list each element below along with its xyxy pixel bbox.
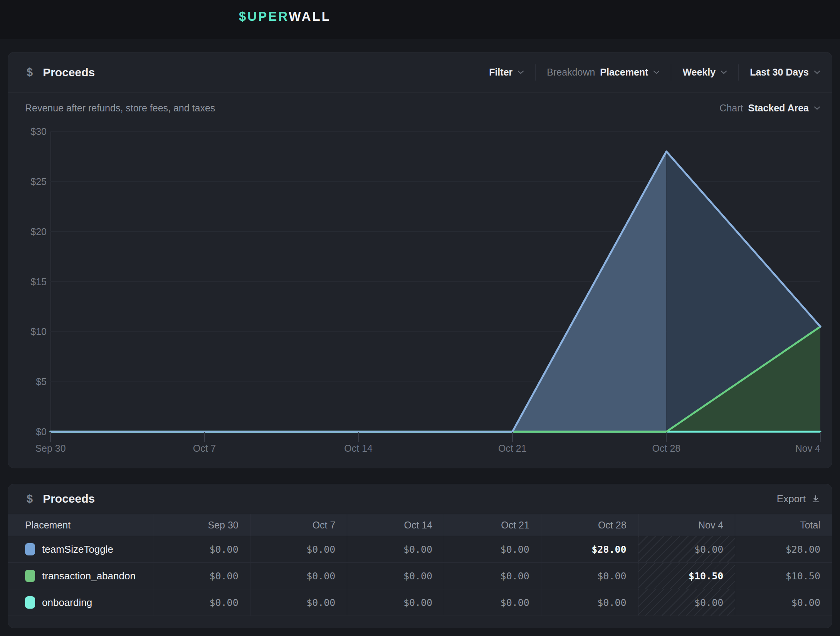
x-axis-tick <box>50 432 51 442</box>
divider <box>738 64 739 81</box>
x-axis-tick <box>666 432 667 442</box>
series-swatch <box>25 570 35 582</box>
chart-panel-title: Proceeds <box>43 66 95 79</box>
value-cell: $0.00 <box>638 589 735 616</box>
x-axis-label: Oct 7 <box>193 443 216 454</box>
logo-secondary: WALL <box>289 9 331 24</box>
placement-cell: onboarding <box>8 589 153 616</box>
x-axis-label: Oct 28 <box>652 443 681 454</box>
proceeds-chart-panel: $ Proceeds Filter Breakdown Placement We… <box>8 52 832 468</box>
y-axis-label: $20 <box>13 226 47 237</box>
value-cell: $28.00 <box>541 536 638 562</box>
breakdown-value: Placement <box>600 67 648 78</box>
value-cell: $0.00 <box>250 563 347 589</box>
column-header-oct-7: Oct 7 <box>250 514 347 536</box>
chart-subheader: Revenue after refunds, store fees, and t… <box>8 103 832 114</box>
x-axis-label: Oct 14 <box>344 443 373 454</box>
chart-panel-header: $ Proceeds Filter Breakdown Placement We… <box>8 52 832 93</box>
chevron-down-icon <box>653 70 660 74</box>
x-axis-tick <box>204 432 205 442</box>
y-axis-label: $5 <box>13 376 47 387</box>
column-header-oct-14: Oct 14 <box>347 514 444 536</box>
value-cell: $0.00 <box>541 563 638 589</box>
table-body: teamSizeToggle$0.00$0.00$0.00$0.00$28.00… <box>8 536 832 616</box>
chart-type-dropdown[interactable]: Chart Stacked Area <box>719 103 820 114</box>
dollar-icon: $ <box>27 493 33 505</box>
x-axis-label: Nov 4 <box>795 443 820 454</box>
stacked-area-chart[interactable] <box>50 131 820 432</box>
value-cell: $0.00 <box>638 536 735 562</box>
chart-subtitle: Revenue after refunds, store fees, and t… <box>25 103 215 114</box>
value-cell: $0.00 <box>153 536 250 562</box>
divider <box>671 64 671 81</box>
value-cell: $0.00 <box>444 536 541 562</box>
chart-controls: Filter Breakdown Placement Weekly Last 3… <box>489 64 820 81</box>
breakdown-dropdown[interactable]: Breakdown Placement <box>547 67 660 78</box>
topbar: $UPERWALL <box>0 0 840 39</box>
column-header-oct-28: Oct 28 <box>541 514 638 536</box>
date-range-dropdown[interactable]: Last 30 Days <box>750 67 820 78</box>
column-header-nov-4: Nov 4 <box>638 514 735 536</box>
chart-type-label: Chart <box>719 103 743 114</box>
chevron-down-icon <box>814 70 820 74</box>
placement-cell: transaction_abandon <box>8 563 153 589</box>
placement-name: onboarding <box>42 597 92 609</box>
value-cell: $0.00 <box>347 563 444 589</box>
placement-name: teamSizeToggle <box>42 543 113 555</box>
interval-dropdown[interactable]: Weekly <box>682 67 727 78</box>
placement-cell: teamSizeToggle <box>8 536 153 562</box>
dollar-icon: $ <box>27 66 33 79</box>
table-header-row: PlacementSep 30Oct 7Oct 14Oct 21Oct 28No… <box>8 514 832 536</box>
value-cell: $0.00 <box>347 589 444 616</box>
chart-type-value: Stacked Area <box>748 103 809 114</box>
value-cell: $0.00 <box>541 589 638 616</box>
chevron-down-icon <box>517 70 524 74</box>
x-axis-label: Oct 21 <box>498 443 527 454</box>
table-panel-title: Proceeds <box>43 492 95 505</box>
placement-name: transaction_abandon <box>42 570 136 582</box>
y-axis-label: $0 <box>13 426 47 437</box>
value-cell: $0.00 <box>347 536 444 562</box>
x-axis-label: Sep 30 <box>35 443 66 454</box>
x-axis-tick <box>820 432 821 442</box>
column-header-sep-30: Sep 30 <box>153 514 250 536</box>
value-cell: $10.50 <box>638 563 735 589</box>
superwall-logo: $UPERWALL <box>239 9 331 24</box>
value-cell: $0.00 <box>444 563 541 589</box>
value-cell: $0.00 <box>153 589 250 616</box>
chevron-down-icon <box>721 70 727 74</box>
export-label: Export <box>777 493 806 505</box>
y-axis-label: $15 <box>13 276 47 287</box>
y-axis-label: $10 <box>13 326 47 337</box>
proceeds-table-panel: $ Proceeds Export PlacementSep 30Oct 7Oc… <box>8 484 832 628</box>
table-row-onboarding: onboarding$0.00$0.00$0.00$0.00$0.00$0.00… <box>8 589 832 616</box>
export-button[interactable]: Export <box>777 493 820 505</box>
divider <box>535 64 536 81</box>
y-axis-label: $25 <box>13 176 47 187</box>
value-cell: $10.50 <box>735 563 832 589</box>
table-row-transaction_abandon: transaction_abandon$0.00$0.00$0.00$0.00$… <box>8 563 832 589</box>
column-header-total: Total <box>735 514 832 536</box>
series-swatch <box>25 543 35 555</box>
value-cell: $0.00 <box>735 589 832 616</box>
download-icon <box>811 494 820 503</box>
value-cell: $0.00 <box>444 589 541 616</box>
column-header-oct-21: Oct 21 <box>444 514 541 536</box>
breakdown-label: Breakdown <box>547 67 595 78</box>
x-axis-tick <box>358 432 359 442</box>
table-panel-header: $ Proceeds Export <box>8 484 832 513</box>
filter-dropdown[interactable]: Filter <box>489 67 524 78</box>
date-range-value: Last 30 Days <box>750 67 809 78</box>
y-axis-label: $30 <box>13 126 47 137</box>
value-cell: $0.00 <box>153 563 250 589</box>
filter-label: Filter <box>489 67 512 78</box>
value-cell: $0.00 <box>250 536 347 562</box>
value-cell: $28.00 <box>735 536 832 562</box>
series-swatch <box>25 596 35 609</box>
x-axis-tick <box>512 432 513 442</box>
logo-primary: $UPER <box>239 9 289 24</box>
interval-value: Weekly <box>682 67 716 78</box>
column-header-placement: Placement <box>8 514 153 536</box>
table-row-teamSizeToggle: teamSizeToggle$0.00$0.00$0.00$0.00$28.00… <box>8 536 832 563</box>
chevron-down-icon <box>814 106 820 110</box>
